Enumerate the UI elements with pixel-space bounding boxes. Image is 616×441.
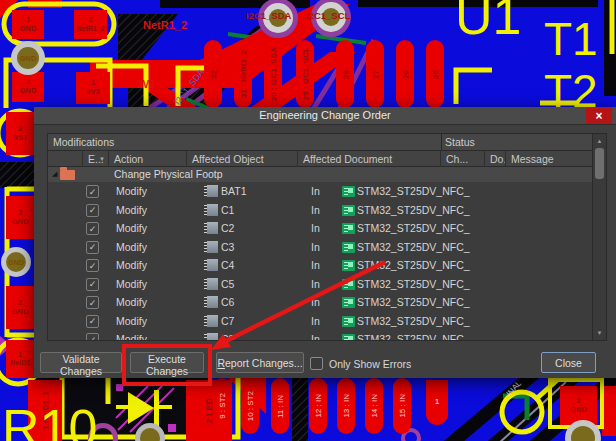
row-action: Modify bbox=[116, 222, 147, 234]
dialog-titlebar[interactable]: Engineering Change Order × bbox=[34, 107, 616, 125]
pcb-pin-pad: 15 : IN bbox=[393, 378, 411, 434]
check-icon: ✓ bbox=[89, 335, 97, 341]
component-icon bbox=[207, 222, 218, 234]
net-label-3v3: 3V3 bbox=[137, 80, 155, 90]
row-document: STM32_ST25DV_NFC_ bbox=[357, 241, 493, 253]
row-checkbox[interactable]: ✓ bbox=[86, 185, 99, 198]
close-button[interactable]: × bbox=[586, 107, 612, 124]
row-checkbox[interactable]: ✓ bbox=[86, 204, 99, 217]
table-row[interactable]: ✓ Modify C6 In STM32_ST25DV_NFC_ bbox=[48, 293, 593, 312]
row-document: STM32_ST25DV_NFC_ bbox=[357, 278, 493, 290]
row-action: Modify bbox=[116, 296, 147, 308]
row-checkbox[interactable]: ✓ bbox=[86, 333, 99, 340]
pcb-document-icon bbox=[342, 223, 355, 234]
table-scrollbar[interactable]: ▲ ▼ bbox=[592, 134, 606, 340]
pcb-pin-pad: 27 bbox=[366, 40, 384, 108]
pcb-pad-1-3v3: 1 3V3 bbox=[76, 72, 110, 104]
pcb-pin-pad: 10 : ST2 bbox=[241, 378, 259, 434]
row-object: C3 bbox=[221, 241, 234, 253]
pcb-pin-pad: 26 bbox=[396, 40, 414, 108]
row-object: C1 bbox=[221, 204, 234, 216]
validate-changes-button[interactable]: Validate Changes bbox=[40, 352, 122, 373]
column-header-enable[interactable]: E...▼ bbox=[83, 151, 109, 167]
row-object: C5 bbox=[221, 278, 234, 290]
pcb-pad-2-netr1-2: 2 NetR1_2 bbox=[74, 10, 107, 39]
scrollbar-thumb[interactable] bbox=[595, 148, 604, 179]
column-header-affected-document[interactable]: Affected Document bbox=[298, 151, 441, 167]
row-object: C4 bbox=[221, 259, 234, 271]
via-bottom-left bbox=[140, 428, 160, 441]
group-row[interactable]: ◢ Change Physical Footp bbox=[48, 167, 593, 182]
table-rows-host: ✓ Modify BAT1 In STM32_ST25DV_NFC_ ✓ Mod… bbox=[48, 182, 593, 340]
group-row-label: Change Physical Footp bbox=[114, 168, 223, 180]
close-dialog-button[interactable]: Close bbox=[541, 352, 596, 373]
table-row[interactable]: ✓ Modify C3 In STM32_ST25DV_NFC_ bbox=[48, 238, 593, 257]
column-header-tree bbox=[48, 151, 83, 167]
pcb-document-icon bbox=[342, 242, 355, 253]
column-header-message[interactable]: Message bbox=[506, 151, 593, 167]
row-checkbox[interactable]: ✓ bbox=[86, 259, 99, 272]
pcb-document-icon bbox=[342, 279, 355, 290]
expand-icon[interactable]: ◢ bbox=[52, 170, 57, 178]
row-checkbox[interactable]: ✓ bbox=[86, 278, 99, 291]
row-direction: In bbox=[311, 222, 320, 234]
pcb-document-icon bbox=[342, 186, 355, 197]
scroll-down-icon[interactable]: ▼ bbox=[593, 330, 606, 336]
row-checkbox[interactable]: ✓ bbox=[86, 296, 99, 309]
row-direction: In bbox=[311, 241, 320, 253]
row-checkbox[interactable]: ✓ bbox=[86, 241, 99, 254]
pcb-pin-pad: 29 : I2C1_SCL bbox=[296, 40, 314, 108]
pcb-pin-pad: 32 bbox=[204, 40, 222, 108]
table-row[interactable]: ✓ Modify C8 In STM32_ST25DV_NFC_ bbox=[48, 330, 593, 340]
table-group-header: Modifications Status bbox=[48, 134, 593, 151]
pcb-pad-2-gnd-left1: 2 GND bbox=[6, 196, 34, 239]
eco-dialog: Engineering Change Order × Modifications… bbox=[34, 107, 616, 378]
table-row[interactable]: ✓ Modify C2 In STM32_ST25DV_NFC_ bbox=[48, 219, 593, 238]
table-row[interactable]: ✓ Modify C4 In STM32_ST25DV_NFC_ bbox=[48, 256, 593, 275]
check-icon: ✓ bbox=[89, 224, 97, 234]
pcb-pad-1-bottom: 1 bbox=[426, 380, 448, 425]
pcb-pad-2-rst: 2 RST bbox=[6, 112, 34, 155]
row-direction: In bbox=[311, 185, 320, 197]
pcb-pin-pad: 14 : IN bbox=[365, 378, 383, 434]
row-action: Modify bbox=[116, 204, 147, 216]
execute-changes-button[interactable]: Execute Changes bbox=[130, 352, 204, 373]
row-document: STM32_ST25DV_NFC_ bbox=[357, 204, 493, 216]
screenshot-root: 1 GND 2 NetR1_2 2 GND 1 3V3 2 RST 2 GND … bbox=[0, 0, 616, 441]
row-direction: In bbox=[311, 315, 320, 327]
scroll-up-icon[interactable]: ▲ bbox=[593, 138, 606, 144]
column-header-affected-object[interactable]: Affected Object bbox=[187, 151, 298, 167]
row-checkbox[interactable]: ✓ bbox=[86, 222, 99, 235]
pcb-pad-2-gnd-left2: 2 GND bbox=[6, 286, 34, 329]
check-icon: ✓ bbox=[89, 187, 97, 197]
designator-u1: U1 bbox=[455, 0, 521, 42]
pcb-pin-pad: 31 : NetR1_2 bbox=[234, 40, 252, 108]
pcb-pin-pad: 25 bbox=[426, 40, 444, 108]
table-row[interactable]: ✓ Modify BAT1 In STM32_ST25DV_NFC_ bbox=[48, 182, 593, 201]
pcb-pin-pad: 13 : IN bbox=[337, 378, 355, 434]
column-header-action[interactable]: Action bbox=[109, 151, 187, 167]
row-checkbox[interactable]: ✓ bbox=[86, 315, 99, 328]
table-row[interactable]: ✓ Modify C5 In STM32_ST25DV_NFC_ bbox=[48, 275, 593, 294]
row-direction: In bbox=[311, 296, 320, 308]
row-direction: In bbox=[311, 259, 320, 271]
eco-table: Modifications Status E...▼ Action Affect… bbox=[47, 133, 607, 341]
column-header-check[interactable]: Ch... bbox=[441, 151, 485, 167]
table-row[interactable]: ✓ Modify C1 In STM32_ST25DV_NFC_ bbox=[48, 201, 593, 220]
check-icon: ✓ bbox=[89, 205, 97, 215]
row-document: STM32_ST25DV_NFC_ bbox=[357, 333, 493, 340]
inner-net-label-sda: I2C1_SDA bbox=[172, 67, 206, 107]
table-row[interactable]: ✓ Modify C7 In STM32_ST25DV_NFC_ bbox=[48, 312, 593, 331]
row-object: C8 bbox=[221, 333, 234, 340]
row-action: Modify bbox=[116, 185, 147, 197]
report-changes-button[interactable]: Report Changes... bbox=[216, 352, 304, 373]
column-header-done[interactable]: Do... bbox=[485, 151, 506, 167]
pcb-document-icon bbox=[342, 297, 355, 308]
component-icon bbox=[207, 185, 218, 197]
row-document: STM32_ST25DV_NFC_ bbox=[357, 222, 493, 234]
row-object: C7 bbox=[221, 315, 234, 327]
filter-dropdown-icon[interactable]: ▼ bbox=[99, 156, 105, 162]
only-show-errors-checkbox[interactable] bbox=[310, 357, 323, 370]
table-column-header: E...▼ Action Affected Object Affected Do… bbox=[48, 151, 593, 167]
row-action: Modify bbox=[116, 315, 147, 327]
